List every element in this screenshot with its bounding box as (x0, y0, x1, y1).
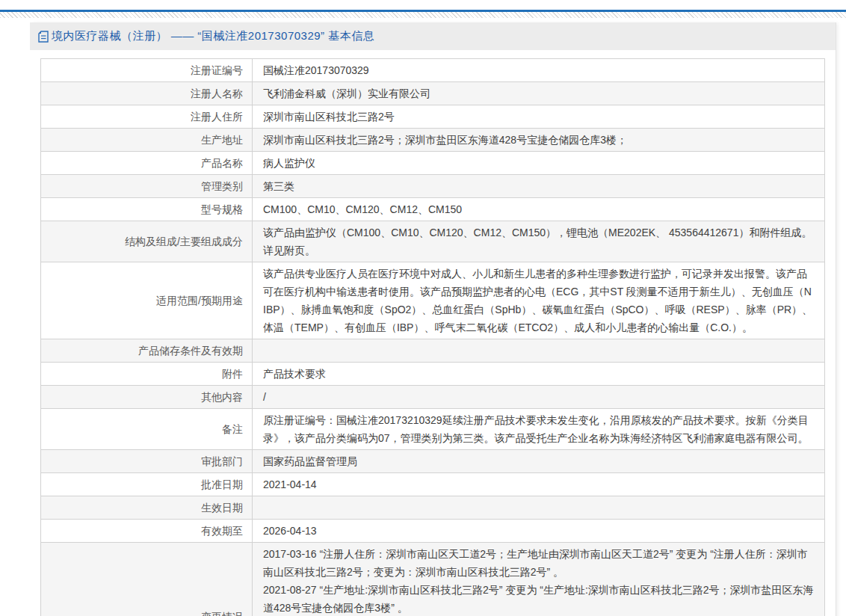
table-row-storage-conditions: 产品储存条件及有效期 (41, 339, 825, 363)
row-label: 适用范围/预期用途 (41, 262, 253, 339)
row-label: 注册证编号 (41, 59, 253, 82)
table-row-remarks: 备注 原注册证编号：国械注准20173210329延续注册产品技术要求未发生变化… (41, 409, 825, 450)
top-striped-band (0, 12, 846, 18)
row-label: 有效期至 (41, 520, 253, 543)
panel-header: 境内医疗器械（注册） —— “国械注准20173070329” 基本信息 (30, 22, 836, 50)
table-row-approval-date: 批准日期 2021-04-14 (41, 473, 825, 496)
row-label: 管理类别 (41, 175, 253, 198)
registration-info-table: 注册证编号 国械注准20173070329 注册人名称 飞利浦金科威（深圳）实业… (40, 58, 825, 616)
row-value: CM100、CM10、CM120、CM12、CM150 (253, 198, 825, 221)
table-row-production-address: 生产地址 深圳市南山区科技北三路2号；深圳市盐田区东海道428号宝捷仓储园仓库3… (41, 129, 825, 152)
row-label: 型号规格 (41, 198, 253, 221)
table-row-effective-date: 生效日期 (41, 496, 825, 520)
row-value: 第三类 (253, 175, 825, 198)
row-value: 该产品供专业医疗人员在医疗环境中对成人、小儿和新生儿患者的多种生理参数进行监护，… (253, 262, 825, 339)
row-label: 批准日期 (41, 473, 253, 496)
row-value: 病人监护仪 (253, 152, 825, 175)
row-label: 备注 (41, 409, 253, 450)
row-value: 2026-04-13 (253, 520, 825, 543)
registration-table-wrap: 注册证编号 国械注准20173070329 注册人名称 飞利浦金科威（深圳）实业… (30, 50, 836, 616)
row-value: 2021-04-14 (253, 473, 825, 496)
table-row-approval-department: 审批部门 国家药品监督管理局 (41, 450, 825, 473)
row-value: 国械注准20173070329 (253, 59, 825, 82)
row-value: / (253, 386, 825, 409)
row-label: 产品储存条件及有效期 (41, 339, 253, 363)
row-label: 生效日期 (41, 496, 253, 520)
row-label: 变更情况 (41, 543, 253, 616)
row-label: 其他内容 (41, 386, 253, 409)
table-row-other-content: 其他内容 / (41, 386, 825, 409)
row-label: 附件 (41, 363, 253, 386)
table-row-valid-until: 有效期至 2026-04-13 (41, 520, 825, 543)
row-value: 产品技术要求 (253, 363, 825, 386)
row-label: 注册人住所 (41, 105, 253, 129)
table-row-management-category: 管理类别 第三类 (41, 175, 825, 198)
row-value: 飞利浦金科威（深圳）实业有限公司 (253, 82, 825, 105)
content-panel: 境内医疗器械（注册） —— “国械注准20173070329” 基本信息 注册证… (30, 22, 836, 616)
table-row-registrant-name: 注册人名称 飞利浦金科威（深圳）实业有限公司 (41, 82, 825, 105)
top-spacer (0, 0, 846, 10)
table-row-product-name: 产品名称 病人监护仪 (41, 152, 825, 175)
table-row-change-history: 变更情况 2017-03-16 “注册人住所：深圳市南山区天工道2号；生产地址由… (41, 543, 825, 616)
page-title: 境内医疗器械（注册） —— “国械注准20173070329” 基本信息 (52, 29, 374, 43)
row-label: 注册人名称 (41, 82, 253, 105)
row-label: 结构及组成/主要组成成分 (41, 221, 253, 262)
table-row-attachments: 附件 产品技术要求 (41, 363, 825, 386)
row-value: 原注册证编号：国械注准20173210329延续注册产品技术要求未发生变化，沿用… (253, 409, 825, 450)
table-row-reg-number: 注册证编号 国械注准20173070329 (41, 59, 825, 82)
table-row-model-spec: 型号规格 CM100、CM10、CM120、CM12、CM150 (41, 198, 825, 221)
document-icon (38, 31, 49, 43)
row-label: 生产地址 (41, 129, 253, 152)
row-value: 深圳市南山区科技北三路2号 (253, 105, 825, 129)
row-value: 2017-03-16 “注册人住所：深圳市南山区天工道2号；生产地址由深圳市南山… (253, 543, 825, 616)
row-value: 国家药品监督管理局 (253, 450, 825, 473)
row-label: 产品名称 (41, 152, 253, 175)
row-value (253, 339, 825, 363)
row-label: 审批部门 (41, 450, 253, 473)
row-value: 该产品由监护仪（CM100、CM10、CM120、CM12、CM150），锂电池… (253, 221, 825, 262)
table-row-structure-composition: 结构及组成/主要组成成分 该产品由监护仪（CM100、CM10、CM120、CM… (41, 221, 825, 262)
row-value: 深圳市南山区科技北三路2号；深圳市盐田区东海道428号宝捷仓储园仓库3楼； (253, 129, 825, 152)
row-value (253, 496, 825, 520)
table-row-intended-use: 适用范围/预期用途 该产品供专业医疗人员在医疗环境中对成人、小儿和新生儿患者的多… (41, 262, 825, 339)
table-row-registrant-address: 注册人住所 深圳市南山区科技北三路2号 (41, 105, 825, 129)
